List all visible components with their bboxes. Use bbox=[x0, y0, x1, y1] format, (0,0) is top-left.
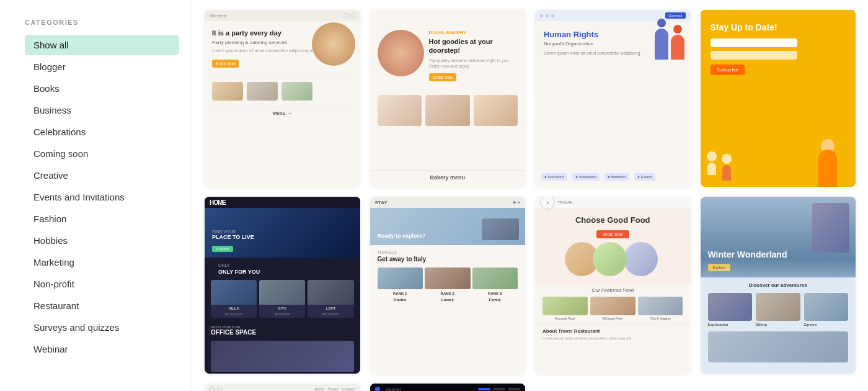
stat-3: ● Members bbox=[604, 173, 629, 181]
sidebar: CATEGORIES Show all Blogger Books Busine… bbox=[0, 0, 192, 391]
sidebar-item-creative[interactable]: Creative bbox=[25, 165, 179, 186]
sidebar-item-books[interactable]: Books bbox=[25, 78, 179, 99]
card-text: DIANA BAKERY Hot goodies at your doorste… bbox=[429, 30, 518, 81]
activity-image bbox=[708, 293, 753, 321]
brand-text: webinar bbox=[386, 387, 402, 392]
menu-image-3 bbox=[474, 95, 518, 126]
card-title: Stay Up to Date! bbox=[711, 22, 846, 32]
card-logo: STAY bbox=[375, 200, 388, 205]
dot-icon bbox=[546, 14, 549, 17]
office-section: MOST POPULAR OFFICE SPACE bbox=[205, 323, 360, 338]
room-name-2: Luxury bbox=[425, 298, 471, 302]
feat-item-3: Tofu & Veggies bbox=[638, 297, 683, 320]
card-cta-button[interactable]: Order now bbox=[429, 73, 457, 81]
template-card-italy[interactable]: STAY ▶ ● Ready to explore? TRAVELS Get a… bbox=[370, 197, 526, 374]
template-card-webinar[interactable]: webinar Don't miss this amazing webinar! bbox=[370, 384, 526, 391]
template-card-winter[interactable]: Winter Wonderland Explore Discover our a… bbox=[701, 197, 856, 374]
figure-head-2 bbox=[673, 25, 682, 34]
template-card-party[interactable]: 🍽 cherie It is a party every day Party p… bbox=[205, 10, 360, 187]
mini-figure-head bbox=[707, 151, 717, 161]
hero-secondary-image bbox=[812, 203, 849, 253]
hero-section: Choose Good Food Order now bbox=[535, 208, 691, 284]
office-image bbox=[211, 341, 354, 372]
bottom-image bbox=[708, 331, 849, 362]
sidebar-item-coming-soon[interactable]: Coming soon bbox=[25, 143, 179, 164]
listing-villa[interactable]: VILLA $10,000,000 bbox=[211, 280, 257, 318]
sidebar-item-business[interactable]: Business bbox=[25, 100, 179, 120]
icon-eye bbox=[343, 13, 348, 18]
menu-image-2 bbox=[425, 95, 470, 126]
hero-title: Winter Wonderland bbox=[708, 249, 787, 260]
sidebar-item-celebrations[interactable]: Celebrations bbox=[25, 122, 179, 142]
room-name-3: Family bbox=[472, 298, 518, 302]
card-top-bar: About Books Contact bbox=[205, 384, 360, 391]
card-icons bbox=[210, 387, 222, 391]
photo-2 bbox=[425, 267, 471, 289]
about-section: About Travel Restaurant Lorem ipsum dolo… bbox=[535, 324, 691, 344]
featured-items: Avocado Toast Michigan Farm Tofu & Veggi… bbox=[542, 297, 683, 320]
listing-image bbox=[211, 280, 257, 305]
featured-section: Our Featured Food Avocado Toast Michigan… bbox=[535, 284, 691, 324]
dot-icon bbox=[540, 14, 543, 17]
sidebar-item-nonprofit[interactable]: Non-profit bbox=[25, 274, 179, 294]
template-card-books[interactable]: About Books Contact THIS MONTH'S Top-Rat… bbox=[205, 384, 360, 391]
template-card-realestate[interactable]: HOME FIND YOUR PLACE TO LIVE Explore ONL… bbox=[205, 197, 360, 374]
connect-badge: Connect bbox=[665, 12, 685, 19]
activity-1: Exploration bbox=[708, 293, 753, 326]
template-grid: 🍽 cherie It is a party every day Party p… bbox=[205, 10, 856, 391]
subscribe-button[interactable]: Subscribe bbox=[711, 65, 745, 75]
card-logo: HOME bbox=[210, 199, 226, 206]
email-input[interactable] bbox=[711, 51, 797, 60]
sidebar-item-marketing[interactable]: Marketing bbox=[25, 252, 179, 272]
figure-1 bbox=[655, 29, 668, 60]
nav-dots bbox=[478, 388, 520, 390]
sidebar-item-blogger[interactable]: Blogger bbox=[25, 56, 179, 77]
food-images bbox=[542, 242, 683, 276]
sidebar-item-webinar[interactable]: Webinar bbox=[25, 339, 179, 359]
hero-image: Ready to explore? bbox=[370, 208, 526, 245]
card-top-bar: STAY ▶ ● bbox=[370, 197, 526, 208]
sidebar-item-hobbies[interactable]: Hobbies bbox=[25, 230, 179, 251]
explore-button[interactable]: Explore bbox=[708, 264, 730, 271]
template-card-newsletter[interactable]: Stay Up to Date! Subscribe bbox=[701, 10, 856, 187]
sidebar-item-events[interactable]: Events and Invitations bbox=[25, 187, 179, 207]
discover-title: Discover our adventures bbox=[708, 282, 849, 288]
template-card-bakery[interactable]: DIANA BAKERY Hot goodies at your doorste… bbox=[370, 10, 526, 187]
room-names: Double Luxury Family bbox=[378, 298, 518, 302]
cake-image bbox=[378, 30, 424, 76]
activities-grid: Exploration Skiing Zipwire bbox=[708, 293, 849, 326]
listing-city[interactable]: CITY $9,000,000 bbox=[259, 280, 305, 318]
sidebar-item-fashion[interactable]: Fashion bbox=[25, 209, 179, 229]
activity-3: Zipwire bbox=[804, 293, 849, 326]
sidebar-item-surveys[interactable]: Surveys and quizzes bbox=[25, 317, 179, 338]
food-img-3 bbox=[624, 242, 658, 276]
icon-heart bbox=[350, 13, 355, 18]
hero-title: Choose Good Food bbox=[542, 215, 683, 225]
food-thumb-2 bbox=[247, 82, 278, 101]
card-content: Discover our adventures Exploration Skii… bbox=[701, 277, 856, 367]
food-thumb-3 bbox=[281, 82, 312, 101]
logo-dot bbox=[375, 387, 380, 391]
listing-price: $10,000,000 bbox=[308, 312, 353, 318]
template-card-nonprofit[interactable]: Connect Human Rights Nonprofit Organizat… bbox=[535, 10, 691, 187]
card-cta-button[interactable]: Book now bbox=[212, 60, 239, 68]
feat-item-1: Avocado Toast bbox=[542, 297, 588, 320]
listing-label: LOFT bbox=[308, 305, 353, 312]
hero-title: PLACE TO LIVE bbox=[212, 234, 254, 241]
order-button[interactable]: Order now bbox=[596, 230, 629, 238]
sidebar-item-show-all[interactable]: Show all bbox=[25, 35, 179, 55]
explore-button[interactable]: Explore bbox=[212, 246, 233, 252]
template-card-restaurant[interactable]: ✦ TRAVEL Choose Good Food Order now bbox=[535, 197, 691, 374]
room-rank-1: RANK 1 bbox=[378, 292, 423, 295]
name-input[interactable] bbox=[711, 38, 797, 47]
sidebar-item-restaurant[interactable]: Restaurant bbox=[25, 295, 179, 316]
card-desc: Top quality desserts delivered right to … bbox=[429, 58, 518, 70]
room-rank-3: RANK 3 bbox=[472, 292, 518, 295]
hero-secondary-img bbox=[482, 218, 519, 240]
listing-price: $9,000,000 bbox=[259, 312, 305, 318]
card-title: Get away to Italy bbox=[378, 256, 518, 263]
card-bottom-text: Bakery menu bbox=[370, 170, 526, 181]
icon-2 bbox=[217, 387, 222, 391]
card-top-bar: HOME bbox=[205, 197, 360, 208]
listing-loft[interactable]: LOFT $10,000,000 bbox=[308, 280, 353, 318]
